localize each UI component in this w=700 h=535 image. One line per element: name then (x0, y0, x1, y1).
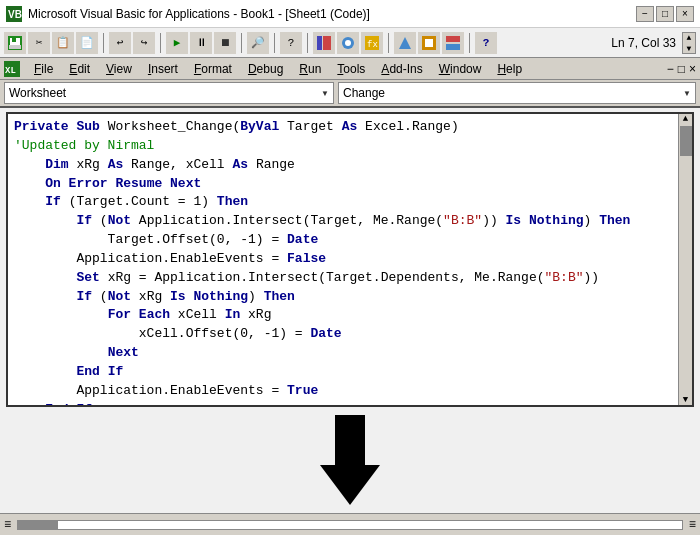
menu-file[interactable]: File (28, 61, 59, 77)
code-line-3: Dim xRg As Range, xCell As Range (14, 156, 672, 175)
help2-icon[interactable]: ? (475, 32, 497, 54)
win-close[interactable]: × (689, 62, 696, 76)
menu-run[interactable]: Run (293, 61, 327, 77)
editor-scrollbar[interactable]: ▲ ▼ (678, 114, 692, 405)
toolbar-scrollbar[interactable]: ▲ ▼ (682, 32, 696, 54)
menu-addins[interactable]: Add-Ins (375, 61, 428, 77)
arrow-area (0, 411, 700, 501)
svg-rect-7 (323, 36, 331, 50)
sep7 (469, 33, 470, 53)
run-icon[interactable]: ▶ (166, 32, 188, 54)
menu-insert[interactable]: Insert (142, 61, 184, 77)
code-line-6: If (Not Application.Intersect(Target, Me… (14, 212, 672, 231)
svg-rect-4 (12, 38, 16, 42)
redo-icon[interactable]: ↪ (133, 32, 155, 54)
code-line-14: End If (14, 363, 672, 382)
sep2 (160, 33, 161, 53)
code-line-16: End If (14, 401, 672, 405)
find-icon[interactable]: 🔎 (247, 32, 269, 54)
stop-icon[interactable]: ⏹ (214, 32, 236, 54)
scroll-thumb[interactable] (680, 126, 692, 156)
code-line-5: If (Target.Count = 1) Then (14, 193, 672, 212)
save-icon[interactable] (4, 32, 26, 54)
sep1 (103, 33, 104, 53)
code-line-4: On Error Resume Next (14, 175, 672, 194)
h-scroll-thumb[interactable] (18, 521, 58, 529)
svg-rect-5 (9, 45, 21, 49)
menu-format[interactable]: Format (188, 61, 238, 77)
code-line-11: For Each xCell In xRg (14, 306, 672, 325)
status-icon2: ≡ (689, 518, 696, 532)
pause-icon[interactable]: ⏸ (190, 32, 212, 54)
svg-rect-16 (446, 44, 460, 50)
sep3 (241, 33, 242, 53)
status-bar: ≡ ≡ (0, 513, 700, 535)
code-line-10: If (Not xRg Is Nothing) Then (14, 288, 672, 307)
tb-icon4[interactable] (394, 32, 416, 54)
menu-tools[interactable]: Tools (331, 61, 371, 77)
paste-icon[interactable]: 📄 (76, 32, 98, 54)
title-bar-left: VB Microsoft Visual Basic for Applicatio… (6, 6, 370, 22)
svg-rect-6 (317, 36, 322, 50)
tb-icon6[interactable] (442, 32, 464, 54)
code-line-2: 'Updated by Nirmal (14, 137, 672, 156)
excel-icon: XL (4, 61, 20, 77)
svg-text:fx: fx (367, 40, 378, 50)
maximize-button[interactable]: □ (656, 6, 674, 22)
code-line-9: Set xRg = Application.Intersect(Target.D… (14, 269, 672, 288)
code-editor[interactable]: Private Sub Worksheet_Change(ByVal Targe… (6, 112, 694, 407)
code-line-1: Private Sub Worksheet_Change(ByVal Targe… (14, 118, 672, 137)
undo-icon[interactable]: ↩ (109, 32, 131, 54)
procedure-dropdown[interactable]: Change ▼ (338, 82, 696, 104)
code-line-12: xCell.Offset(0, -1) = Date (14, 325, 672, 344)
arrow-shaft (335, 415, 365, 465)
sep6 (388, 33, 389, 53)
svg-rect-14 (425, 39, 433, 47)
menu-bar: XL File Edit View Insert Format Debug Ru… (0, 58, 700, 80)
code-line-7: Target.Offset(0, -1) = Date (14, 231, 672, 250)
window-controls[interactable]: − □ × (667, 62, 696, 76)
close-button[interactable]: × (676, 6, 694, 22)
toolbar: ✂ 📋 📄 ↩ ↪ ▶ ⏸ ⏹ 🔎 ? fx ? Ln 7, Col 33 ▲ … (0, 28, 700, 58)
title-controls[interactable]: − □ × (636, 6, 694, 22)
tb-icon2[interactable] (337, 32, 359, 54)
svg-text:XL: XL (5, 66, 16, 76)
svg-point-9 (345, 40, 351, 46)
object-dropdown[interactable]: Worksheet ▼ (4, 82, 334, 104)
menu-view[interactable]: View (100, 61, 138, 77)
code-content[interactable]: Private Sub Worksheet_Change(ByVal Targe… (8, 114, 678, 405)
menu-debug[interactable]: Debug (242, 61, 289, 77)
svg-rect-15 (446, 36, 460, 42)
help-icon[interactable]: ? (280, 32, 302, 54)
procedure-label: Change (343, 86, 385, 100)
object-label: Worksheet (9, 86, 66, 100)
scroll-up-icon[interactable]: ▲ (683, 114, 688, 124)
app-icon: VB (6, 6, 22, 22)
menu-window[interactable]: Window (433, 61, 488, 77)
title-text: Microsoft Visual Basic for Applications … (28, 7, 370, 21)
sep4 (274, 33, 275, 53)
tb-icon3[interactable]: fx (361, 32, 383, 54)
status-icon1: ≡ (4, 518, 11, 532)
procedure-arrow-icon: ▼ (683, 89, 691, 98)
copy-icon[interactable]: 📋 (52, 32, 74, 54)
code-line-15: Application.EnableEvents = True (14, 382, 672, 401)
menu-edit[interactable]: Edit (63, 61, 96, 77)
object-procedure-row: Worksheet ▼ Change ▼ (0, 80, 700, 108)
svg-text:VB: VB (8, 9, 22, 20)
cut-icon[interactable]: ✂ (28, 32, 50, 54)
win-minimize[interactable]: − (667, 62, 674, 76)
minimize-button[interactable]: − (636, 6, 654, 22)
svg-marker-12 (399, 37, 411, 49)
code-line-13: Next (14, 344, 672, 363)
tb-icon5[interactable] (418, 32, 440, 54)
arrow-head (320, 465, 380, 505)
horizontal-scrollbar[interactable] (17, 520, 683, 530)
scroll-down-icon[interactable]: ▼ (683, 395, 688, 405)
object-arrow-icon: ▼ (321, 89, 329, 98)
win-restore[interactable]: □ (678, 62, 685, 76)
menu-help[interactable]: Help (491, 61, 528, 77)
cursor-position: Ln 7, Col 33 (611, 36, 676, 50)
tb-icon1[interactable] (313, 32, 335, 54)
menu-icon-group: XL (4, 61, 20, 77)
